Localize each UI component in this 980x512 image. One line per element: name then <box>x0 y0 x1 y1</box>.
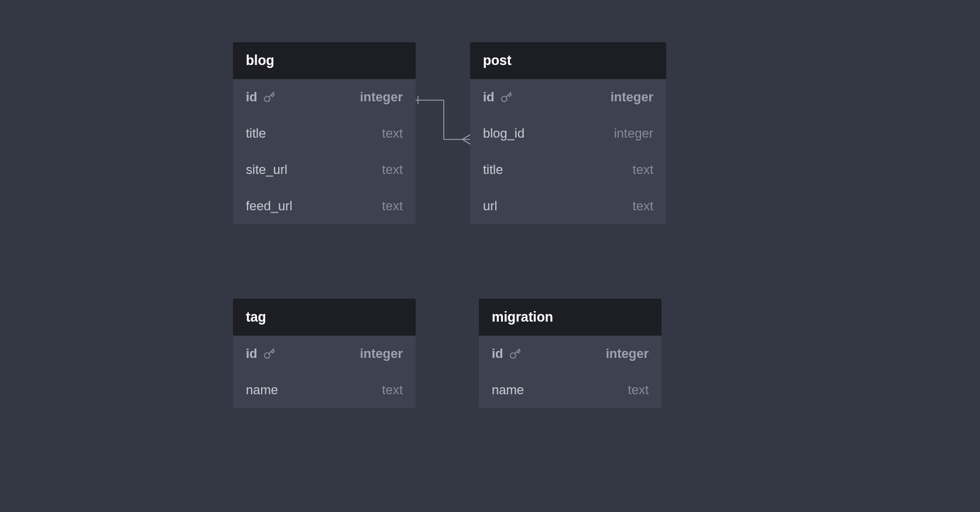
field-type: integer <box>611 90 653 105</box>
table-post-title: post <box>483 53 512 68</box>
table-migration-header[interactable]: migration <box>479 299 662 336</box>
field-type: integer <box>360 90 403 105</box>
field-row[interactable]: id integer <box>233 79 416 115</box>
table-post[interactable]: post id integer blog_id integer title te… <box>470 42 666 224</box>
table-post-body: id integer blog_id integer title text ur… <box>470 79 666 224</box>
field-type: text <box>382 162 403 178</box>
field-type: text <box>382 126 403 141</box>
field-type: integer <box>606 346 649 361</box>
relationship-connector <box>416 94 474 146</box>
field-name: title <box>483 162 503 178</box>
field-name: id <box>483 90 512 105</box>
field-name: name <box>492 383 524 398</box>
key-icon <box>509 348 521 360</box>
field-row[interactable]: name text <box>233 372 416 408</box>
erd-canvas[interactable]: blog id integer title text site_url text <box>0 0 980 512</box>
field-row[interactable]: blog_id integer <box>470 115 666 152</box>
field-name: id <box>492 346 521 361</box>
key-icon <box>263 91 275 103</box>
field-row[interactable]: site_url text <box>233 152 416 188</box>
key-icon <box>501 91 512 103</box>
table-tag-body: id integer name text <box>233 336 416 408</box>
field-name: id <box>246 90 275 105</box>
table-tag-title: tag <box>246 309 266 325</box>
field-name: blog_id <box>483 126 525 141</box>
table-blog-body: id integer title text site_url text feed… <box>233 79 416 224</box>
table-blog-header[interactable]: blog <box>233 42 416 79</box>
field-name: title <box>246 126 266 141</box>
field-type: text <box>633 162 653 178</box>
svg-line-5 <box>462 139 470 144</box>
field-name: url <box>483 199 497 214</box>
table-migration-body: id integer name text <box>479 336 662 408</box>
svg-line-4 <box>462 135 470 139</box>
field-type: integer <box>614 126 653 141</box>
field-name: id <box>246 346 275 361</box>
field-type: text <box>633 199 653 214</box>
field-name: site_url <box>246 162 287 178</box>
field-type: integer <box>360 346 403 361</box>
key-icon <box>263 348 275 360</box>
field-row[interactable]: id integer <box>233 336 416 372</box>
table-blog-title: blog <box>246 53 275 68</box>
table-migration-title: migration <box>492 309 553 325</box>
table-tag-header[interactable]: tag <box>233 299 416 336</box>
field-row[interactable]: title text <box>470 152 666 188</box>
field-row[interactable]: title text <box>233 115 416 152</box>
table-blog[interactable]: blog id integer title text site_url text <box>233 42 416 224</box>
field-row[interactable]: id integer <box>479 336 662 372</box>
field-row[interactable]: name text <box>479 372 662 408</box>
field-name: name <box>246 383 278 398</box>
table-post-header[interactable]: post <box>470 42 666 79</box>
field-type: text <box>382 199 403 214</box>
table-migration[interactable]: migration id integer name text <box>479 299 662 408</box>
field-type: text <box>382 383 403 398</box>
field-row[interactable]: feed_url text <box>233 188 416 224</box>
field-type: text <box>628 383 649 398</box>
field-name: feed_url <box>246 199 293 214</box>
table-tag[interactable]: tag id integer name text <box>233 299 416 408</box>
field-row[interactable]: id integer <box>470 79 666 115</box>
field-row[interactable]: url text <box>470 188 666 224</box>
